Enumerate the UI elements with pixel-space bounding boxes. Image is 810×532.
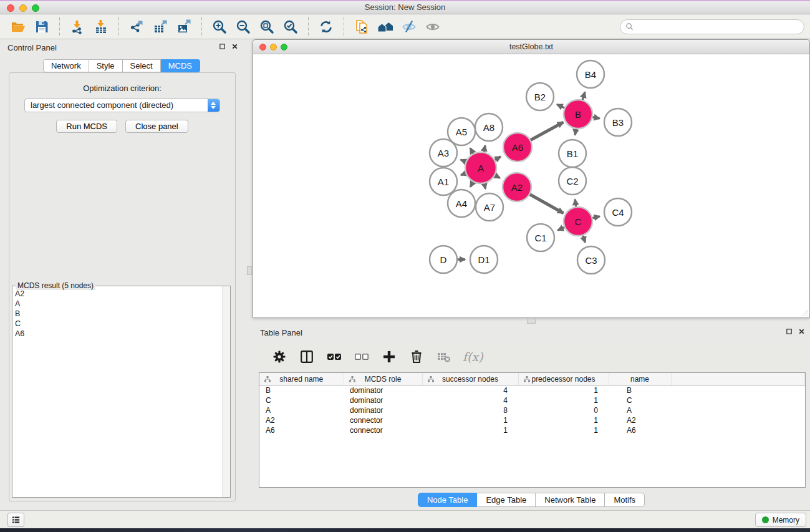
save-session-icon[interactable] — [32, 17, 52, 36]
table-row[interactable]: Bdominator41B — [259, 385, 805, 395]
graph-node-B4[interactable]: B4 — [577, 60, 604, 88]
network-minimize-button[interactable] — [270, 44, 277, 51]
graph-node-C2[interactable]: C2 — [559, 167, 586, 195]
tab-edge-table[interactable]: Edge Table — [477, 493, 536, 507]
table-cell[interactable]: dominator — [344, 395, 422, 405]
tab-select[interactable]: Select — [123, 59, 161, 72]
mcds-result-item[interactable]: A6 — [12, 329, 221, 339]
deselect-all-checkboxes-icon[interactable] — [352, 347, 372, 366]
tab-network[interactable]: Network — [43, 59, 89, 72]
search-input[interactable] — [637, 22, 799, 31]
float-panel-icon[interactable] — [786, 328, 793, 335]
graph-node-A7[interactable]: A7 — [476, 193, 503, 221]
table-cell[interactable]: B — [259, 385, 344, 395]
mcds-list-scrollbar[interactable] — [222, 286, 230, 497]
tab-mcds[interactable]: MCDS — [161, 59, 200, 72]
table-cell[interactable]: 1 — [422, 415, 518, 425]
table-cell[interactable]: dominator — [344, 385, 422, 395]
delete-column-icon[interactable] — [407, 347, 427, 366]
column-selector-icon[interactable] — [297, 347, 317, 366]
table-cell[interactable]: 1 — [518, 395, 609, 405]
graph-node-B2[interactable]: B2 — [526, 83, 554, 110]
vertical-splitter-handle[interactable] — [247, 266, 252, 275]
graph-node-A5[interactable]: A5 — [448, 118, 475, 145]
table-cell[interactable]: 8 — [422, 405, 518, 415]
float-panel-icon[interactable] — [219, 43, 226, 50]
graph-node-A4[interactable]: A4 — [448, 190, 475, 217]
open-session-icon[interactable] — [8, 17, 28, 36]
mcds-result-item[interactable]: B — [12, 309, 221, 319]
graph-node-B[interactable]: B — [564, 100, 592, 128]
run-mcds-button[interactable]: Run MCDS — [56, 120, 117, 133]
show-tasks-button[interactable] — [7, 513, 24, 527]
network-close-button[interactable] — [259, 44, 266, 51]
zoom-selected-icon[interactable] — [281, 17, 301, 36]
select-all-checkboxes-icon[interactable] — [324, 347, 344, 366]
table-cell[interactable]: A6 — [609, 425, 671, 435]
column-header-mcds-role[interactable]: MCDS role — [344, 373, 422, 385]
table-cell[interactable]: A6 — [259, 425, 344, 435]
close-window-button[interactable] — [7, 4, 14, 12]
graph-node-C4[interactable]: C4 — [604, 198, 632, 226]
column-header-shared-name[interactable]: shared name — [259, 373, 344, 385]
graph-node-A[interactable]: A — [465, 152, 496, 183]
optimization-criterion-select[interactable]: largest connected component (directed) — [24, 99, 220, 112]
mcds-result-item[interactable]: C — [12, 319, 221, 329]
hide-graphics-details-icon[interactable] — [399, 17, 419, 36]
table-cell[interactable]: dominator — [344, 405, 422, 415]
window-resize-grip[interactable] — [799, 307, 809, 317]
graph-node-C[interactable]: C — [564, 207, 592, 236]
graph-node-A1[interactable]: A1 — [430, 168, 457, 195]
network-canvas[interactable]: AA1A2A3A4A5A6A7A8BB1B2B3B4CC1C2C3C4DD1 — [253, 54, 809, 317]
table-row[interactable]: A6connector11A6 — [259, 425, 805, 435]
export-image-icon[interactable] — [174, 17, 194, 36]
table-cell[interactable]: connector — [344, 415, 422, 425]
column-header-predecessor-nodes[interactable]: predecessor nodes — [518, 373, 609, 385]
mcds-result-item[interactable]: A2 — [12, 289, 221, 299]
table-row[interactable]: Adominator80A — [259, 405, 805, 415]
export-network-icon[interactable] — [127, 17, 147, 36]
duplicate-network-icon[interactable] — [352, 17, 372, 36]
export-table-icon[interactable] — [150, 17, 170, 36]
table-cell[interactable]: 4 — [422, 395, 518, 405]
graph-node-C3[interactable]: C3 — [577, 246, 605, 274]
show-all-networks-icon[interactable] — [375, 17, 395, 36]
tab-style[interactable]: Style — [89, 59, 123, 72]
column-header-successor-nodes[interactable]: successor nodes — [422, 373, 518, 385]
close-panel-icon[interactable] — [231, 43, 238, 50]
table-cell[interactable]: C — [259, 395, 344, 405]
search-box[interactable] — [620, 19, 804, 34]
close-panel-icon[interactable] — [798, 328, 805, 335]
graph-node-C1[interactable]: C1 — [527, 224, 554, 251]
graph-node-A8[interactable]: A8 — [475, 114, 503, 141]
table-cell[interactable]: 0 — [518, 405, 609, 415]
close-panel-button[interactable]: Close panel — [125, 120, 188, 133]
table-cell[interactable]: 1 — [518, 385, 609, 395]
graph-node-D[interactable]: D — [430, 246, 457, 273]
import-table-icon[interactable] — [91, 17, 111, 36]
import-network-icon[interactable] — [67, 17, 87, 36]
table-cell[interactable]: A2 — [609, 415, 671, 425]
mcds-result-item[interactable]: A — [12, 299, 221, 309]
zoom-out-icon[interactable] — [233, 17, 253, 36]
column-header-name[interactable]: name — [609, 373, 671, 385]
table-row[interactable]: Cdominator41C — [259, 395, 805, 405]
table-row[interactable]: A2connector11A2 — [259, 415, 805, 425]
graph-node-B3[interactable]: B3 — [604, 109, 632, 136]
table-cell[interactable]: A — [609, 405, 671, 415]
network-zoom-button[interactable] — [281, 44, 287, 51]
apply-layout-icon[interactable] — [316, 17, 336, 36]
table-cell[interactable]: 4 — [422, 385, 518, 395]
minimize-window-button[interactable] — [19, 4, 27, 12]
tab-node-table[interactable]: Node Table — [418, 493, 478, 507]
show-graphics-details-icon[interactable] — [423, 17, 443, 36]
horizontal-splitter-handle[interactable] — [527, 319, 536, 324]
graph-node-D1[interactable]: D1 — [470, 246, 498, 273]
table-cell[interactable]: B — [609, 385, 671, 395]
graph-node-A2[interactable]: A2 — [503, 173, 531, 201]
table-cell[interactable]: C — [609, 395, 671, 405]
table-cell[interactable]: A — [259, 405, 344, 415]
tab-motifs[interactable]: Motifs — [605, 493, 645, 507]
table-cell[interactable]: connector — [344, 425, 422, 435]
table-cell[interactable]: 1 — [422, 425, 518, 435]
